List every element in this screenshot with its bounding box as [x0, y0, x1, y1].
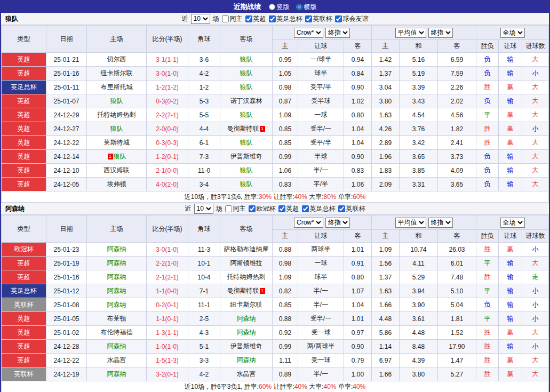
league-filter-input[interactable] — [269, 15, 276, 22]
avg-draw-odds: 3.39 — [400, 81, 438, 94]
league-filter-checkbox[interactable]: 英联杯 — [338, 204, 365, 213]
league-filter-input[interactable] — [278, 205, 285, 212]
team-name-text[interactable]: 狼队 — [110, 97, 123, 105]
league-filter-checkbox[interactable]: 欧冠杯 — [249, 204, 276, 213]
layout-radio-horizontal[interactable]: 横版 — [296, 3, 317, 12]
horizontal-radio[interactable] — [296, 4, 302, 10]
team-name-text[interactable]: 西汉姆联 — [104, 166, 130, 174]
team-name-text[interactable]: 纽卡斯尔联 — [101, 69, 133, 77]
score-cell: 1-2(1-2) — [147, 81, 188, 94]
result-group: 全场 — [476, 215, 549, 230]
team-name-text[interactable]: 曼彻斯特联 — [227, 125, 259, 132]
fullmatch-select[interactable]: 全场 — [500, 218, 525, 228]
corner-cell: 3-4 — [188, 178, 220, 191]
match-row: 英超 24-12-29 托特纳姆热刺 2-2(2-1) 5-5 狼队 1.09一… — [2, 108, 549, 122]
fullmatch-select[interactable]: 全场 — [500, 28, 525, 38]
team-name-text[interactable]: 水晶宫 — [107, 356, 126, 364]
score-cell: 1-1(0-1) — [147, 312, 188, 326]
euro-final-select[interactable]: 终指 — [428, 218, 453, 228]
team-name-text[interactable]: 狼队 — [240, 166, 253, 174]
team-name-text[interactable]: 布里斯托城 — [101, 83, 133, 91]
asian-odds-group: Crow* 终指 — [273, 26, 372, 40]
match-count-select[interactable]: 10 — [191, 14, 210, 24]
team-name-text[interactable]: 托特纳姆热刺 — [98, 111, 136, 118]
asian-final-select[interactable]: 终指 — [325, 28, 350, 38]
match-row: 英超 25-01-05 布莱顿 1-1(0-1) 2-5 阿森纳 0.88受半/… — [2, 312, 549, 326]
team-name-text[interactable]: 阿森纳 — [237, 329, 256, 336]
team-name-text[interactable]: 伊普斯维奇 — [230, 153, 262, 160]
team-name-text[interactable]: 阿森纳 — [237, 315, 256, 322]
team-name-text[interactable]: 阿森纳 — [107, 259, 126, 267]
team-name-text[interactable]: 阿斯顿维拉 — [230, 259, 262, 267]
layout-radio-vertical[interactable]: 竖版 — [269, 3, 290, 12]
team-name-text[interactable]: 狼队 — [240, 69, 253, 77]
team-name-text[interactable]: 布莱顿 — [107, 315, 126, 322]
match-count-select[interactable]: 10 — [194, 204, 213, 214]
team-name-text[interactable]: 狼队 — [240, 83, 253, 91]
match-date: 25-01-21 — [46, 53, 87, 67]
team-name-text[interactable]: 阿森纳 — [107, 245, 126, 253]
team-name-text[interactable]: 狼队 — [240, 111, 253, 118]
team-name-text[interactable]: 狼队 — [240, 139, 253, 146]
league-filter-input[interactable] — [338, 205, 345, 212]
league-filter-checkbox[interactable]: 英联杯 — [305, 14, 332, 23]
league-filter-input[interactable] — [245, 15, 252, 22]
team-name-text[interactable]: 诺丁汉森林 — [230, 97, 262, 105]
league-filter-checkbox[interactable]: 英足总杯 — [269, 14, 302, 23]
league-filter-input[interactable] — [335, 15, 342, 22]
same-home-input[interactable] — [225, 205, 232, 212]
league-filter-input[interactable] — [305, 15, 312, 22]
league-filter-checkbox[interactable]: 球会友谊 — [335, 14, 369, 23]
score-cell: 2-2(1-0) — [147, 257, 188, 270]
avg-draw-odds: 3.42 — [400, 136, 438, 150]
team-name-text[interactable]: 伊普斯维奇 — [230, 342, 262, 350]
team-name-text[interactable]: 狼队 — [110, 125, 123, 132]
team-name-text[interactable]: 阿森纳 — [107, 342, 126, 350]
league-filter-checkbox[interactable]: 英足总杯 — [302, 204, 336, 213]
team-name-text[interactable]: 莱斯特城 — [104, 139, 130, 146]
same-home-checkbox[interactable]: 同主 — [225, 204, 246, 213]
league-filter-input[interactable] — [302, 205, 309, 212]
team-name-text[interactable]: 切尔西 — [107, 55, 126, 63]
league-filter-checkbox[interactable]: 英超 — [245, 14, 266, 23]
league-filter-input[interactable] — [249, 205, 256, 212]
euro-final-select[interactable]: 终指 — [428, 28, 453, 38]
asian-handicap: 球半 — [298, 67, 344, 81]
avg-draw-odds: 3.90 — [400, 298, 438, 312]
team-name-text[interactable]: 狼队 — [240, 180, 253, 188]
team-name-text[interactable]: 阿森纳 — [107, 301, 126, 308]
team-name-text[interactable]: 托特纳姆热刺 — [227, 273, 266, 281]
home-team-cell: 阿森纳 — [87, 243, 147, 257]
team-name-text[interactable]: 阿森纳 — [237, 356, 256, 364]
match-row: 英联杯 24-12-19 阿森纳 3-2(0-1) 4-2 水晶宫 0.89半/… — [2, 367, 549, 381]
avg-home-odds: 1.42 — [372, 53, 400, 67]
team-name-text[interactable]: 阿森纳 — [107, 370, 126, 378]
corner-cell: 4-3 — [188, 326, 220, 340]
asian-home-odds: 1.05 — [273, 67, 298, 81]
team-name-text[interactable]: 萨格勒布迪纳摩 — [224, 245, 269, 253]
team-name-text[interactable]: 纽卡斯尔联 — [230, 301, 262, 308]
team-name-text[interactable]: 阿森纳 — [107, 287, 126, 294]
team-name-text[interactable]: 埃弗顿 — [107, 180, 126, 188]
asian-away-odds: 1.04 — [344, 298, 372, 312]
asian-final-select[interactable]: 终指 — [325, 218, 350, 228]
same-home-input[interactable] — [222, 15, 229, 22]
team-name-text[interactable]: 水晶宫 — [237, 370, 256, 378]
team-name-text[interactable]: 阿森纳 — [107, 273, 126, 281]
average-select[interactable]: 平均值 — [395, 218, 426, 228]
league-filter-label: 英超 — [253, 14, 266, 23]
same-home-label: 同主 — [230, 14, 243, 23]
avg-away-odds: 5.27 — [438, 367, 476, 381]
asian-handicap: 一球 — [298, 108, 344, 122]
league-filter-checkbox[interactable]: 英超 — [278, 204, 299, 213]
team-name-text[interactable]: 曼彻斯特联 — [227, 287, 259, 294]
same-home-checkbox[interactable]: 同主 — [222, 14, 243, 23]
average-select[interactable]: 平均值 — [395, 28, 426, 38]
goals-result-cell: 小 — [522, 243, 549, 257]
team-name-text[interactable]: 布伦特福德 — [101, 329, 133, 336]
bookmaker-select[interactable]: Crow* — [294, 28, 323, 38]
vertical-radio[interactable] — [269, 4, 275, 10]
team-name-text[interactable]: 狼队 — [240, 55, 253, 63]
team-name-text[interactable]: 狼队 — [114, 153, 126, 160]
bookmaker-select[interactable]: Crow* — [294, 218, 323, 228]
